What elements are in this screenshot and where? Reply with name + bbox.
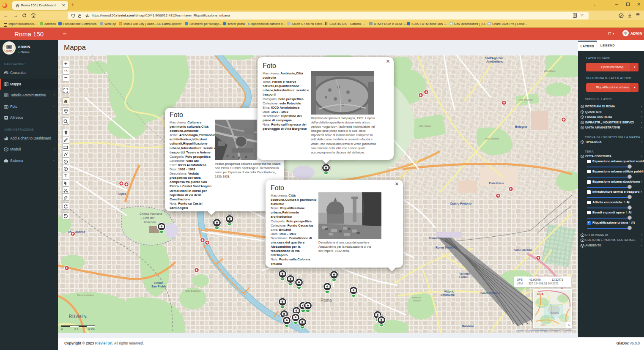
svg-text:Roma: Roma bbox=[550, 311, 559, 315]
svg-text:GRA: GRA bbox=[537, 293, 544, 295]
svg-text:A91: A91 bbox=[541, 323, 546, 326]
